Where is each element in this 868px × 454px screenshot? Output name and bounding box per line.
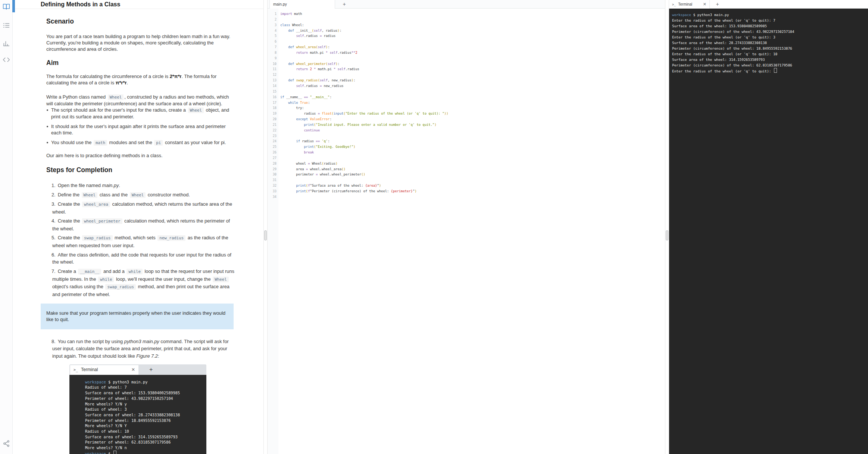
step-item: 3.Create the wheel_area calculation meth… [51, 200, 234, 215]
lesson-panel: Defining Methods in a Class Scenario You… [13, 0, 263, 454]
new-tab-icon: + [149, 366, 153, 373]
divider-lesson-editor[interactable] [263, 0, 268, 454]
editor-new-tab-button[interactable]: + [341, 1, 347, 7]
step-item: 5.Create the swap_radius method, which s… [51, 234, 234, 249]
list-item: You should use the math modules and set … [46, 139, 234, 146]
terminal-prompt-icon: >_ [672, 3, 676, 6]
code-editor-panel: main.py + 123456789101112131415161718192… [268, 0, 665, 454]
editor-tabbar: main.py + [268, 0, 665, 9]
figure-terminal-tab: >_ Terminal ✕ [70, 365, 138, 375]
aim-paragraph-formula: The formula for calculating the circumfe… [46, 73, 234, 86]
scenario-paragraph: You are part of a race team building a p… [46, 33, 234, 52]
lesson-header: Defining Methods in a Class [13, 0, 263, 9]
terminal-output[interactable]: workspace $ python3 main.pyEnter the rad… [669, 9, 868, 454]
lesson-content: Scenario You are part of a race team bui… [13, 9, 263, 454]
terminal-panel: >_ Terminal ✕ + workspace $ python3 main… [669, 0, 868, 454]
terminal-cursor [774, 68, 777, 73]
close-icon: ✕ [131, 367, 135, 373]
table-of-contents-icon[interactable] [3, 22, 10, 29]
lesson-book-icon[interactable] [3, 3, 10, 10]
close-icon[interactable]: ✕ [703, 2, 706, 7]
code-editing-area[interactable]: 1234567891011121314151617181920212223242… [268, 9, 665, 454]
list-item: It should ask for the user's input again… [46, 123, 234, 136]
editor-tab-main-py[interactable]: main.py [269, 0, 335, 9]
code-icon[interactable] [3, 56, 10, 63]
step-item: 2.Define the Wheel class and the Wheel c… [51, 191, 234, 199]
terminal-prompt-icon: >_ [74, 367, 78, 373]
step-item: 1.Open the file named main.py. [51, 182, 234, 189]
aim-heading: Aim [46, 59, 234, 66]
step-item: 7.Create a __main__ and add a while loop… [51, 268, 234, 298]
aim-bullet-list: The script should ask for the user's inp… [46, 107, 234, 146]
code-text[interactable]: import math class Wheel: def __init__(se… [280, 11, 664, 200]
terminal-new-tab-button[interactable]: + [715, 1, 720, 7]
terminal-cursor [113, 451, 116, 454]
step-item: 6.After the class definition, add the co… [51, 251, 234, 266]
figure-terminal-tabbar: >_ Terminal ✕ + [69, 364, 206, 375]
figure-terminal-output: workspace $ python3 main.pyRadius of whe… [69, 375, 206, 454]
steps-list: 1.Open the file named main.py. 2.Define … [46, 182, 234, 298]
terminal-tab[interactable]: >_ Terminal ✕ [669, 0, 710, 9]
aim-paragraph-practice: Our aim here is to practice defining met… [46, 152, 234, 159]
divider-drag-handle[interactable] [264, 230, 267, 240]
line-numbers: 1234567891011121314151617181920212223242… [268, 11, 277, 200]
terminal-tabbar: >_ Terminal ✕ + [669, 0, 868, 9]
scenario-heading: Scenario [46, 18, 234, 25]
share-icon[interactable] [3, 440, 10, 447]
aim-paragraph-class: Write a Python class named Wheel, constr… [46, 94, 234, 107]
page-title: Defining Methods in a Class [41, 0, 120, 9]
figure-terminal-screenshot: >_ Terminal ✕ + workspace $ python3 main… [69, 364, 206, 454]
divider-editor-terminal[interactable] [665, 0, 669, 454]
active-lesson-indicator [12, 0, 15, 12]
step-item: 4.Create the wheel_perimeter calculation… [51, 217, 234, 232]
steps-heading: Steps for Completion [46, 166, 234, 174]
progress-chart-icon[interactable] [3, 40, 10, 47]
note-box: Make sure that your program terminates p… [41, 304, 234, 329]
step-item: 8.You can run the script by using python… [51, 338, 234, 360]
divider-drag-handle[interactable] [666, 230, 668, 240]
list-item: The script should ask for the user's inp… [46, 107, 234, 120]
left-icon-rail [0, 0, 13, 454]
